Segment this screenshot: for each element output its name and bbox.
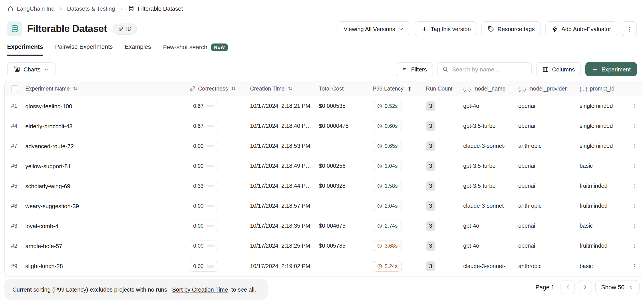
columns-button[interactable]: Columns — [536, 62, 581, 76]
tag-version-button[interactable]: Tag this version — [415, 21, 477, 36]
experiment-name[interactable]: scholarly-wing-69 — [25, 183, 190, 189]
zap-icon — [552, 25, 558, 32]
col-header-prompt-id[interactable]: {…} prompt_id — [580, 85, 629, 92]
viewing-versions-button[interactable]: Viewing All Versions — [337, 21, 410, 36]
correctness-score: 0.00 — [190, 241, 218, 251]
breadcrumb-current-label: Filterable Dataset — [138, 5, 183, 12]
previous-page-button[interactable] — [561, 280, 575, 294]
table-row[interactable]: #6 yellow-support-81 0.00 10/17/2024, 2:… — [5, 156, 642, 176]
row-menu-button[interactable] — [631, 143, 637, 149]
resource-tags-button[interactable]: Resource tags — [482, 21, 541, 36]
creation-time: 10/17/2024, 2:18:49 P… — [250, 163, 319, 169]
experiment-rank: #5 — [11, 183, 25, 189]
correctness-score: 0.00 — [190, 261, 218, 271]
correctness-value: 0.00 — [193, 143, 204, 149]
row-menu-button[interactable] — [631, 123, 637, 129]
table-row[interactable]: #8 weary-suggestion-39 0.00 10/17/2024, … — [5, 196, 642, 216]
prompt-id: fruitminded — [580, 243, 629, 249]
total-cost: $0.000256 — [319, 163, 373, 169]
header-more-button[interactable] — [622, 21, 637, 36]
experiment-name[interactable]: loyal-comb-4 — [25, 223, 190, 229]
page-size-select[interactable]: Show 50 — [595, 280, 640, 294]
row-menu-button[interactable] — [631, 163, 637, 169]
col-header-correctness[interactable]: Correctness — [190, 85, 250, 92]
latency-badge: 3.68s — [373, 241, 402, 251]
tag-icon — [488, 25, 494, 32]
row-menu-button[interactable] — [631, 223, 637, 229]
breadcrumb-datasets[interactable]: Datasets & Testing — [67, 5, 115, 12]
experiment-name[interactable]: glossy-feeling-100 — [25, 103, 190, 109]
correctness-bar-track — [207, 125, 214, 127]
experiment-name[interactable]: slight-lunch-28 — [25, 263, 190, 269]
tab-few-shot-search[interactable]: Few-shot search NEW — [163, 43, 228, 56]
model-provider: openai — [518, 183, 580, 189]
total-cost: $0.005785 — [319, 243, 373, 249]
col-header-p99-latency[interactable]: P99 Latency — [373, 85, 426, 92]
select-all-checkbox[interactable] — [11, 85, 18, 92]
table-row[interactable]: #1 glossy-feeling-100 0.67 10/17/2024, 2… — [5, 96, 642, 116]
tab-pairwise-experiments[interactable]: Pairwise Experiments — [55, 43, 113, 55]
model-provider: openai — [518, 103, 580, 109]
latency-value: 1.04s — [384, 163, 398, 169]
total-cost: $0.004675 — [319, 223, 373, 229]
correctness-score: 0.33 — [190, 181, 218, 191]
row-menu-button[interactable] — [631, 243, 637, 249]
experiment-name[interactable]: ample-hole-57 — [25, 243, 190, 249]
table-row[interactable]: #2 ample-hole-57 0.00 10/17/2024, 2:18:2… — [5, 236, 642, 256]
tab-experiments[interactable]: Experiments — [7, 43, 43, 55]
experiment-rank: #3 — [11, 223, 25, 229]
table-row[interactable]: #5 scholarly-wing-69 0.33 10/17/2024, 2:… — [5, 176, 642, 196]
model-name: claude-3-sonnet- — [463, 203, 518, 209]
breadcrumb-org[interactable]: LangChain Inc — [7, 5, 54, 12]
model-name: gpt-3.5-turbo — [463, 163, 518, 169]
charts-button[interactable]: Charts — [7, 62, 56, 76]
col-header-total-cost[interactable]: Total Cost — [319, 85, 373, 92]
experiment-name[interactable]: yellow-support-81 — [25, 163, 190, 169]
col-header-creation-time[interactable]: Creation Time — [250, 85, 319, 92]
experiment-name[interactable]: advanced-route-72 — [25, 143, 190, 149]
col-header-model-provider[interactable]: {…} model_provider — [518, 85, 580, 92]
row-menu-button[interactable] — [631, 183, 637, 189]
breadcrumb-current[interactable]: Filterable Dataset — [128, 5, 183, 12]
correctness-bar-track — [207, 225, 214, 227]
columns-icon — [542, 66, 549, 72]
experiment-rank: #4 — [11, 123, 25, 129]
clock-icon — [377, 123, 382, 129]
dataset-id-pill[interactable]: ID — [113, 23, 137, 34]
latency-value: 5.24s — [384, 263, 398, 269]
table-row[interactable]: #3 loyal-comb-4 0.00 10/17/2024, 2:18:35… — [5, 216, 642, 236]
experiments-table: Experiment Name Correctness Creation Tim… — [4, 81, 642, 277]
resource-tags-label: Resource tags — [498, 25, 535, 32]
experiment-rank: #9 — [11, 263, 25, 269]
clock-icon — [377, 103, 382, 109]
next-page-button[interactable] — [578, 280, 592, 294]
search-box — [438, 62, 532, 76]
sort-by-creation-time-link[interactable]: Sort by Creation Time — [172, 286, 228, 293]
experiment-rank: #1 — [11, 103, 25, 109]
col-header-model-name[interactable]: {…} model_name — [463, 85, 518, 92]
table-row[interactable]: #7 advanced-route-72 0.00 10/17/2024, 2:… — [5, 136, 642, 156]
sort-ascending-icon — [406, 85, 412, 92]
prompt-id: fruitminded — [580, 203, 629, 209]
table-row[interactable]: #4 elderly-broccoli-43 0.67 10/17/2024, … — [5, 116, 642, 136]
creation-time: 10/17/2024, 2:18:40 P… — [250, 123, 319, 129]
metadata-braces-icon: {…} — [463, 86, 471, 91]
clock-icon — [377, 223, 382, 229]
prompt-id: singleminded — [580, 103, 629, 109]
table-row[interactable]: #9 slight-lunch-28 0.00 10/17/2024, 2:19… — [5, 256, 642, 276]
model-name: claude-3-sonnet- — [463, 263, 518, 269]
col-header-run-count[interactable]: Run Count — [426, 85, 463, 92]
clock-icon — [377, 243, 382, 249]
row-menu-button[interactable] — [631, 203, 637, 209]
experiment-name[interactable]: elderly-broccoli-43 — [25, 123, 190, 129]
tab-examples[interactable]: Examples — [125, 43, 151, 55]
latency-badge: 5.24s — [373, 261, 402, 271]
row-menu-button[interactable] — [631, 263, 637, 269]
add-auto-evaluator-button[interactable]: Add Auto-Evaluator — [546, 21, 617, 36]
experiment-name[interactable]: weary-suggestion-39 — [25, 203, 190, 209]
search-input[interactable] — [452, 66, 530, 72]
col-header-experiment-name[interactable]: Experiment Name — [25, 85, 190, 92]
filters-button[interactable]: Filters — [396, 62, 433, 76]
row-menu-button[interactable] — [631, 103, 637, 109]
new-experiment-button[interactable]: Experiment — [586, 62, 637, 76]
